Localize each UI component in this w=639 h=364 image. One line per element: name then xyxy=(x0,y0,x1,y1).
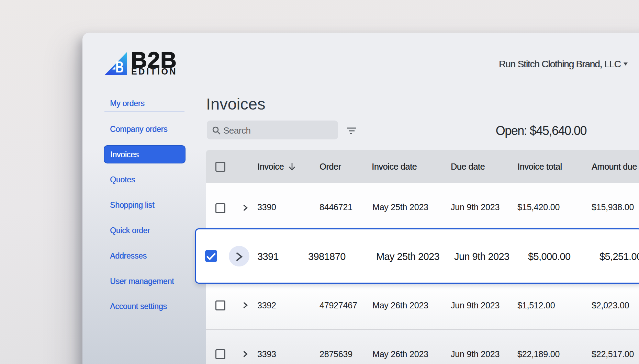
svg-text:B: B xyxy=(115,58,124,76)
